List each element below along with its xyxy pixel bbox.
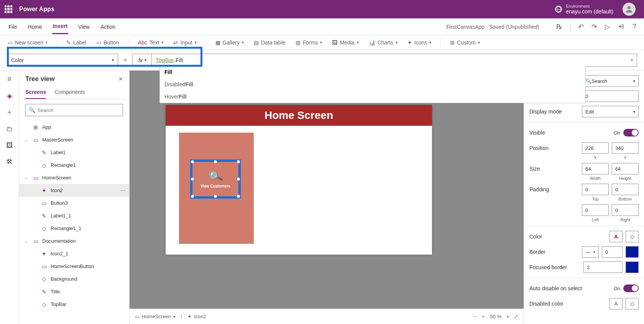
prop-position-x[interactable]: 226: [582, 142, 609, 154]
breadcrumb-element[interactable]: ✦Icon2: [187, 314, 206, 319]
prop-padding-bottom[interactable]: 0: [612, 184, 639, 195]
tree-list: ⊞App ⌄▭MasterScreen ✎Label1 ◇Rectangle1 …: [19, 121, 129, 324]
prop-padding-left[interactable]: 0: [582, 204, 609, 216]
fit-to-screen-icon[interactable]: ⤢: [514, 314, 518, 319]
prop-icon-select[interactable]: 🔍 Search▾: [582, 75, 639, 87]
tree-view-icon[interactable]: ◈: [7, 92, 12, 100]
ribbon-charts[interactable]: 📊Charts▾: [368, 38, 398, 47]
play-icon[interactable]: ▷: [605, 23, 610, 31]
ribbon-new-screen[interactable]: ▭New screen▾: [7, 38, 48, 47]
chevron-down-icon[interactable]: ▾: [631, 58, 633, 62]
screen-title-bar: Home Screen: [166, 105, 432, 126]
chevron-down-icon[interactable]: ▾: [507, 314, 509, 319]
ribbon-forms[interactable]: ▥Forms▾: [295, 38, 323, 47]
fx-label[interactable]: fx▾: [132, 54, 151, 67]
prop-auto-disable-toggle[interactable]: [623, 285, 639, 292]
menu-action[interactable]: Action: [100, 20, 116, 34]
prop-border-color[interactable]: [626, 246, 639, 258]
svg-point-0: [628, 6, 631, 9]
prop-rotation-input[interactable]: 0: [582, 90, 639, 102]
tree-node-app[interactable]: ⊞App: [19, 121, 129, 133]
tree-node-label1[interactable]: ✎Label1: [19, 146, 129, 159]
zoom-in-icon[interactable]: +: [482, 314, 485, 319]
share-icon[interactable]: ⩤: [618, 23, 625, 31]
prop-color-clear[interactable]: ◇: [626, 231, 639, 242]
media-icon[interactable]: 🖼: [6, 141, 13, 150]
prop-visible-toggle[interactable]: [623, 129, 639, 137]
redo-icon[interactable]: ↷: [591, 23, 597, 31]
menu-insert[interactable]: Insert: [52, 19, 68, 34]
help-icon[interactable]: ?: [632, 23, 636, 31]
ribbon-data-table[interactable]: ▤Data table: [253, 38, 286, 47]
menu-home[interactable]: Home: [27, 20, 43, 34]
ribbon-custom[interactable]: ⊞Custom▾: [449, 38, 480, 47]
tree-node-icon2[interactable]: ✦Icon2⋯: [19, 184, 129, 197]
divider: [206, 38, 206, 47]
autocomplete-item[interactable]: Fill: [160, 66, 585, 78]
prop-padding-top[interactable]: 0: [582, 184, 609, 195]
canvas-screen[interactable]: Home Screen 🔍 View Customers: [166, 105, 432, 255]
prop-focused-border-color[interactable]: [626, 262, 639, 273]
divider: [570, 22, 570, 31]
ribbon-icons[interactable]: ✦Icons▾: [407, 38, 432, 47]
tools-icon[interactable]: 🛠: [6, 158, 13, 166]
prop-disabled-color-picker[interactable]: A: [610, 298, 623, 309]
tab-components[interactable]: Components: [54, 86, 85, 99]
prop-padding-right[interactable]: 0: [612, 204, 639, 216]
tree-node-background[interactable]: ◇Background: [19, 273, 129, 285]
prop-position-label: Position: [529, 145, 579, 151]
tree-node-topbar[interactable]: ◇TopBar: [19, 298, 129, 311]
app-checker-icon[interactable]: ℞: [556, 23, 562, 31]
prop-color-picker[interactable]: A: [610, 231, 623, 242]
prop-border-style[interactable]: —▾: [582, 246, 599, 258]
tree-node-button3[interactable]: ▭Button3: [19, 197, 129, 209]
hamburger-icon[interactable]: ≡: [7, 75, 12, 83]
more-icon[interactable]: ⋯: [120, 187, 125, 193]
tree-node-title[interactable]: ✎Title: [19, 285, 129, 298]
zoom-out-icon[interactable]: −: [473, 314, 476, 319]
menu-file[interactable]: File: [8, 20, 18, 34]
tree-node-rectangle1_1[interactable]: ◇Rectangle1_1: [19, 222, 129, 235]
user-avatar[interactable]: [623, 3, 636, 16]
undo-icon[interactable]: ↶: [578, 23, 584, 31]
ribbon-text[interactable]: AbcText▾: [137, 38, 164, 47]
selected-icon-element[interactable]: 🔍 View Customers: [190, 160, 241, 199]
divider: [57, 38, 57, 47]
prop-position-y[interactable]: 340: [612, 142, 639, 154]
ribbon-button[interactable]: ▭Button: [95, 38, 120, 47]
menu-view[interactable]: View: [77, 20, 90, 34]
autocomplete-item[interactable]: HoverFill: [160, 90, 585, 103]
prop-size-width[interactable]: 64: [582, 163, 609, 174]
insert-ribbon: ▭New screen▾ ✎Label ▭Button AbcText▾ ⇄In…: [0, 35, 644, 50]
ribbon-gallery[interactable]: ▦Gallery▾: [215, 38, 245, 47]
tab-screens[interactable]: Screens: [25, 86, 46, 99]
tree-node-rectangle1[interactable]: ◇Rectangle1: [19, 159, 129, 171]
tree-node-label1_1[interactable]: ✎Label1_1: [19, 209, 129, 222]
prop-size-height[interactable]: 64: [612, 163, 639, 174]
environment-picker[interactable]: Environment enayu.com (default): [555, 3, 639, 16]
tree-node-icon2_1[interactable]: ✦Icon2_1: [19, 247, 129, 260]
environment-name: enayu.com (default): [566, 8, 613, 15]
data-icon[interactable]: 🗀: [6, 125, 13, 133]
tree-node-documentation[interactable]: ⌄▭Documentation: [19, 235, 129, 247]
tree-search-input[interactable]: [38, 107, 120, 113]
waffle-icon[interactable]: [5, 5, 12, 13]
ribbon-input[interactable]: ⇄Input▾: [172, 38, 197, 47]
property-selector[interactable]: Color ▾: [7, 54, 118, 67]
insert-icon[interactable]: +: [7, 109, 12, 117]
ribbon-label[interactable]: ✎Label: [66, 38, 87, 47]
canvas-area[interactable]: Home Screen 🔍 View Customers ▭HomeScreen…: [130, 71, 524, 324]
tree-search[interactable]: 🔍: [25, 104, 123, 116]
autocomplete-item[interactable]: DisabledFill: [160, 78, 585, 90]
ribbon-media[interactable]: 🖼Media▾: [331, 38, 359, 47]
prop-display-mode-select[interactable]: Edit▾: [582, 106, 639, 117]
tree-node-homescreen[interactable]: ⌄▭HomeScreen: [19, 171, 129, 184]
breadcrumb-screen[interactable]: ▭HomeScreen▾: [135, 314, 175, 319]
prop-border-width[interactable]: 0: [602, 246, 623, 258]
tree-node-homescreenbutton[interactable]: ▭HomeScreenButton: [19, 260, 129, 273]
close-icon[interactable]: ✕: [118, 76, 123, 82]
prop-focused-border-width[interactable]: 2: [583, 262, 623, 273]
formula-input[interactable]: TopBar.Fill ▾: [151, 54, 637, 67]
tree-node-masterscreen[interactable]: ⌄▭MasterScreen: [19, 133, 129, 146]
prop-disabled-color-clear[interactable]: ◇: [626, 298, 639, 309]
